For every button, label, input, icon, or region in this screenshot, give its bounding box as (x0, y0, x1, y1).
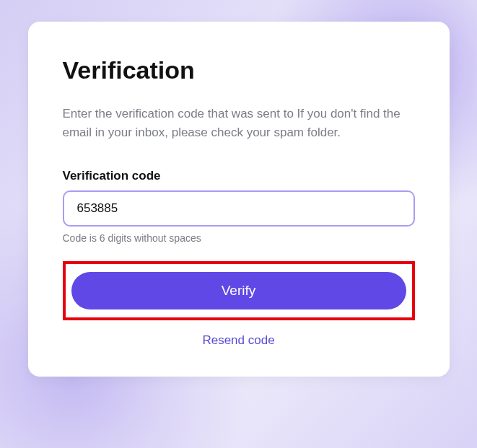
verify-button[interactable]: Verify (71, 272, 406, 309)
description-part1: Enter the verification code that was sen… (63, 107, 297, 120)
resend-code-link[interactable]: Resend code (63, 333, 415, 348)
verification-code-input[interactable] (63, 190, 415, 227)
verification-description: Enter the verification code that was sen… (63, 105, 415, 143)
code-hint: Code is 6 digits without spaces (63, 232, 415, 244)
code-field-label: Verification code (63, 169, 415, 183)
verification-card: Verification Enter the verification code… (28, 22, 450, 377)
page-title: Verification (63, 56, 415, 84)
verify-highlight-box: Verify (63, 261, 415, 320)
